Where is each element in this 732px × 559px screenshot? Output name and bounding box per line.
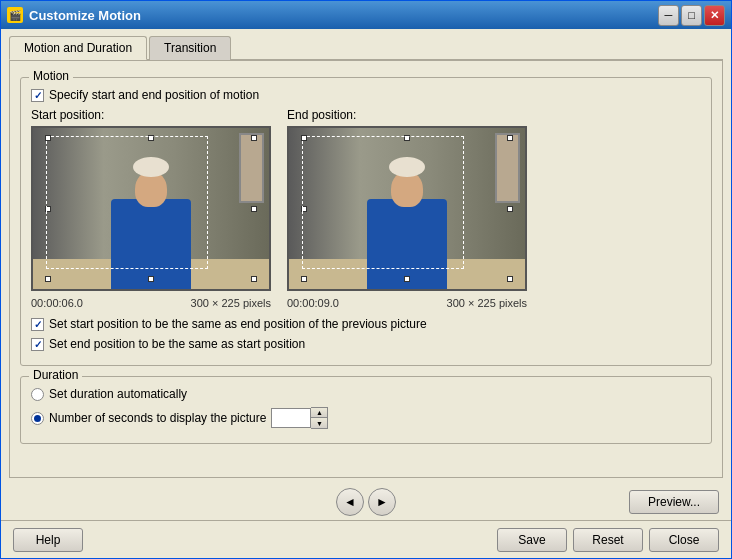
preview-area: Preview... bbox=[396, 490, 719, 514]
end-position-label: End position: bbox=[287, 108, 527, 122]
spinner-up-button[interactable]: ▲ bbox=[311, 408, 327, 418]
reset-button[interactable]: Reset bbox=[573, 528, 643, 552]
specify-motion-checkbox[interactable] bbox=[31, 89, 44, 102]
end-position-frame[interactable] bbox=[287, 126, 527, 291]
spinner-down-button[interactable]: ▼ bbox=[311, 418, 327, 428]
start-position-frame[interactable] bbox=[31, 126, 271, 291]
end-image-info: 00:00:09.0 300 × 225 pixels bbox=[287, 297, 527, 309]
start-same-as-prev-row: Set start position to be the same as end… bbox=[31, 317, 701, 331]
seconds-duration-row: Number of seconds to display the picture… bbox=[31, 407, 701, 429]
end-same-as-start-row: Set end position to be the same as start… bbox=[31, 337, 701, 351]
end-same-as-start-label: Set end position to be the same as start… bbox=[49, 337, 305, 351]
motion-group-label: Motion bbox=[29, 69, 73, 83]
handle-bl-start[interactable] bbox=[45, 276, 51, 282]
start-same-as-prev-label: Set start position to be the same as end… bbox=[49, 317, 427, 331]
minimize-button[interactable]: ─ bbox=[658, 5, 679, 26]
handle-tr-start[interactable] bbox=[251, 135, 257, 141]
seconds-spinner: 3.0 ▲ ▼ bbox=[271, 407, 328, 429]
content-area: Motion and Duration Transition Motion Sp… bbox=[1, 29, 731, 484]
handle-bm-start[interactable] bbox=[148, 276, 154, 282]
start-same-as-prev-checkbox[interactable] bbox=[31, 318, 44, 331]
nav-buttons: ◄ ► bbox=[336, 488, 396, 516]
window-close-button[interactable]: ✕ bbox=[704, 5, 725, 26]
end-same-as-start-checkbox[interactable] bbox=[31, 338, 44, 351]
handle-tl-start[interactable] bbox=[45, 135, 51, 141]
handle-bl-end[interactable] bbox=[301, 276, 307, 282]
start-position-block: Start position: bbox=[31, 108, 271, 309]
title-bar: 🎬 Customize Motion ─ □ ✕ bbox=[1, 1, 731, 29]
seconds-input[interactable]: 3.0 bbox=[271, 408, 311, 428]
window-title: Customize Motion bbox=[29, 8, 658, 23]
seconds-duration-radio[interactable] bbox=[31, 412, 44, 425]
tabs-bar: Motion and Duration Transition bbox=[9, 35, 723, 60]
seconds-duration-label: Number of seconds to display the picture bbox=[49, 411, 266, 425]
handle-tr-end[interactable] bbox=[507, 135, 513, 141]
handle-ml-start[interactable] bbox=[45, 206, 51, 212]
handle-mr-end[interactable] bbox=[507, 206, 513, 212]
end-door bbox=[495, 133, 520, 203]
auto-duration-label: Set duration automatically bbox=[49, 387, 187, 401]
preview-button[interactable]: Preview... bbox=[629, 490, 719, 514]
handle-tl-end[interactable] bbox=[301, 135, 307, 141]
positions-row: Start position: bbox=[31, 108, 701, 309]
start-image-info: 00:00:06.0 300 × 225 pixels bbox=[31, 297, 271, 309]
auto-duration-radio[interactable] bbox=[31, 388, 44, 401]
nav-preview-bar: ◄ ► Preview... bbox=[1, 484, 731, 520]
nav-prev-button[interactable]: ◄ bbox=[336, 488, 364, 516]
end-position-block: End position: bbox=[287, 108, 527, 309]
end-person-hair bbox=[389, 157, 425, 177]
duration-group: Duration Set duration automatically Numb… bbox=[20, 376, 712, 444]
handle-br-end[interactable] bbox=[507, 276, 513, 282]
nav-next-button[interactable]: ► bbox=[368, 488, 396, 516]
specify-motion-row: Specify start and end position of motion bbox=[31, 88, 701, 102]
help-button[interactable]: Help bbox=[13, 528, 83, 552]
handle-ml-end[interactable] bbox=[301, 206, 307, 212]
start-person-hair bbox=[133, 157, 169, 177]
bottom-bar: Help Save Reset Close bbox=[1, 520, 731, 558]
handle-br-start[interactable] bbox=[251, 276, 257, 282]
auto-duration-row: Set duration automatically bbox=[31, 387, 701, 401]
duration-group-label: Duration bbox=[29, 368, 82, 382]
action-buttons: Save Reset Close bbox=[497, 528, 719, 552]
handle-tm-end[interactable] bbox=[404, 135, 410, 141]
close-button[interactable]: Close bbox=[649, 528, 719, 552]
start-dimensions: 300 × 225 pixels bbox=[191, 297, 271, 309]
end-dimensions: 300 × 225 pixels bbox=[447, 297, 527, 309]
spinner-buttons: ▲ ▼ bbox=[311, 407, 328, 429]
start-timestamp: 00:00:06.0 bbox=[31, 297, 83, 309]
tab-motion[interactable]: Motion and Duration bbox=[9, 36, 147, 60]
end-timestamp: 00:00:09.0 bbox=[287, 297, 339, 309]
specify-motion-label: Specify start and end position of motion bbox=[49, 88, 259, 102]
handle-tm-start[interactable] bbox=[148, 135, 154, 141]
start-position-label: Start position: bbox=[31, 108, 271, 122]
window-icon: 🎬 bbox=[7, 7, 23, 23]
handle-bm-end[interactable] bbox=[404, 276, 410, 282]
tab-content: Motion Specify start and end position of… bbox=[9, 60, 723, 478]
handle-mr-start[interactable] bbox=[251, 206, 257, 212]
title-bar-buttons: ─ □ ✕ bbox=[658, 5, 725, 26]
tab-transition[interactable]: Transition bbox=[149, 36, 231, 60]
maximize-button[interactable]: □ bbox=[681, 5, 702, 26]
start-door bbox=[239, 133, 264, 203]
main-window: 🎬 Customize Motion ─ □ ✕ Motion and Dura… bbox=[0, 0, 732, 559]
motion-group: Motion Specify start and end position of… bbox=[20, 77, 712, 366]
save-button[interactable]: Save bbox=[497, 528, 567, 552]
